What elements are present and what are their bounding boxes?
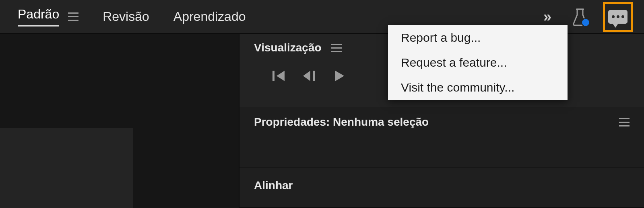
workspace-tab-review[interactable]: Revisão — [103, 9, 149, 24]
properties-panel: Propriedades: Nenhuma seleção — [239, 108, 644, 167]
workspace-tabs: Padrão Revisão Aprendizado — [18, 7, 246, 27]
panel-title: Alinhar — [254, 179, 293, 192]
panel-title: Propriedades: Nenhuma seleção — [254, 116, 429, 128]
menu-item-report-bug[interactable]: Report a bug... — [388, 25, 568, 50]
menu-icon[interactable] — [619, 118, 630, 126]
menu-item-visit-community[interactable]: Visit the community... — [388, 75, 568, 100]
svg-marker-2 — [277, 71, 285, 81]
left-panel — [0, 34, 239, 208]
composition-thumbnail[interactable] — [0, 128, 133, 208]
feedback-menu: Report a bug... Request a feature... Vis… — [388, 25, 568, 100]
menu-icon[interactable] — [331, 44, 342, 52]
panel-title: Visualização — [254, 41, 322, 54]
beaker-icon[interactable] — [572, 8, 588, 26]
notification-dot-icon — [581, 18, 590, 27]
speech-bubble-icon — [608, 10, 627, 24]
svg-marker-5 — [335, 71, 344, 81]
panel-header: Alinhar — [254, 167, 630, 204]
workspace-label[interactable]: Aprendizado — [173, 9, 246, 24]
workspace-tab-learn[interactable]: Aprendizado — [173, 9, 246, 24]
menu-icon[interactable] — [68, 12, 78, 21]
svg-rect-1 — [272, 71, 275, 81]
previous-frame-icon[interactable] — [302, 70, 318, 82]
align-panel: Alinhar — [239, 167, 644, 208]
menu-item-request-feature[interactable]: Request a feature... — [388, 50, 568, 75]
panel-header: Propriedades: Nenhuma seleção — [254, 108, 630, 136]
overflow-icon[interactable]: » — [543, 8, 549, 25]
workspace-tab-default[interactable]: Padrão — [18, 7, 78, 27]
workspace-label[interactable]: Revisão — [103, 9, 149, 24]
feedback-button[interactable] — [603, 2, 633, 32]
play-icon[interactable] — [334, 70, 346, 82]
first-frame-icon[interactable] — [272, 70, 286, 82]
workspace-label[interactable]: Padrão — [18, 7, 59, 27]
svg-rect-4 — [313, 71, 315, 81]
svg-marker-3 — [303, 71, 310, 81]
